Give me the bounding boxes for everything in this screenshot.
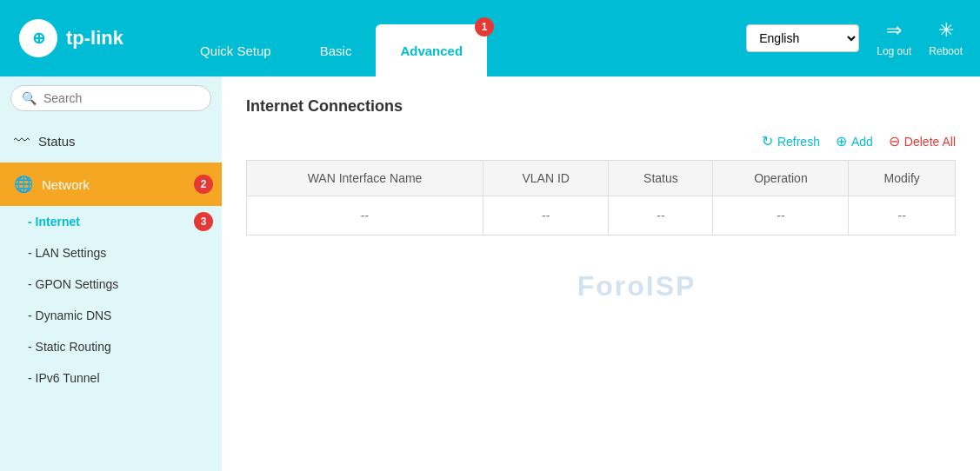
refresh-button[interactable]: ↻ Refresh xyxy=(762,133,820,149)
sidebar-sub-lan-settings[interactable]: - LAN Settings xyxy=(0,237,222,269)
add-button[interactable]: ⊕ Add xyxy=(836,133,873,149)
table-header: WAN Interface Name VLAN ID Status Operat… xyxy=(247,161,956,196)
svg-text:⊕: ⊕ xyxy=(32,30,45,47)
toolbar: ↻ Refresh ⊕ Add ⊖ Delete All xyxy=(246,133,956,149)
search-input[interactable] xyxy=(43,91,200,105)
network-icon: 🌐 xyxy=(14,175,33,194)
logo: ⊕ tp-link xyxy=(17,17,123,59)
tp-link-logo-icon: ⊕ xyxy=(17,17,59,59)
reboot-icon: ✳ xyxy=(938,19,954,42)
table-row: -- -- -- -- -- xyxy=(247,196,956,236)
watermark: ForoISP xyxy=(577,270,697,302)
logout-icon: ⇒ xyxy=(886,19,902,42)
col-status: Status xyxy=(609,161,713,196)
nav-advanced[interactable]: Advanced 1 xyxy=(376,24,487,76)
col-vlan-id: VLAN ID xyxy=(483,161,609,196)
page-title: Internet Connections xyxy=(246,97,956,116)
logout-button[interactable]: ⇒ Log out xyxy=(877,19,911,57)
header-right: English Chinese Spanish ⇒ Log out ✳ Rebo… xyxy=(746,19,963,57)
nav-links: Quick Setup Basic Advanced 1 xyxy=(176,0,746,76)
sidebar-sub-dynamic-dns[interactable]: - Dynamic DNS xyxy=(0,300,222,331)
delete-all-button[interactable]: ⊖ Delete All xyxy=(889,133,956,149)
network-badge: 2 xyxy=(194,175,213,194)
col-wan-interface: WAN Interface Name xyxy=(247,161,483,196)
delete-icon: ⊖ xyxy=(889,133,900,149)
sidebar-item-network[interactable]: 🌐 Network 2 xyxy=(0,163,222,206)
sidebar-item-label-status: Status xyxy=(38,134,76,149)
search-box[interactable]: 🔍 xyxy=(10,85,211,111)
logo-text: tp-link xyxy=(66,27,123,50)
sidebar-sub-internet[interactable]: - Internet 3 xyxy=(0,206,222,237)
internet-badge: 3 xyxy=(194,212,213,231)
table-body: -- -- -- -- -- xyxy=(247,196,956,236)
sidebar-sub-gpon-settings[interactable]: - GPON Settings xyxy=(0,269,222,300)
layout: 🔍 〰 Status 🌐 Network 2 - Internet 3 - LA… xyxy=(0,76,980,471)
sidebar-item-label-network: Network xyxy=(42,177,90,192)
language-select[interactable]: English Chinese Spanish xyxy=(746,24,859,52)
sidebar-item-status[interactable]: 〰 Status xyxy=(0,120,222,163)
nav-advanced-badge: 1 xyxy=(475,17,494,36)
col-operation: Operation xyxy=(713,161,849,196)
header: ⊕ tp-link Quick Setup Basic Advanced 1 E… xyxy=(0,0,980,76)
main-content: Internet Connections ↻ Refresh ⊕ Add ⊖ D… xyxy=(222,76,980,471)
connections-table: WAN Interface Name VLAN ID Status Operat… xyxy=(246,160,956,236)
sidebar: 🔍 〰 Status 🌐 Network 2 - Internet 3 - LA… xyxy=(0,76,222,471)
nav-basic[interactable]: Basic xyxy=(296,24,377,76)
status-icon: 〰 xyxy=(14,132,30,150)
nav-quick-setup[interactable]: Quick Setup xyxy=(176,24,296,76)
sidebar-sub-static-routing[interactable]: - Static Routing xyxy=(0,331,222,362)
add-icon: ⊕ xyxy=(836,133,847,149)
refresh-icon: ↻ xyxy=(762,133,773,149)
reboot-button[interactable]: ✳ Reboot xyxy=(929,19,963,57)
sidebar-sub-ipv6-tunnel[interactable]: - IPv6 Tunnel xyxy=(0,362,222,394)
search-icon: 🔍 xyxy=(22,91,37,105)
col-modify: Modify xyxy=(849,161,956,196)
